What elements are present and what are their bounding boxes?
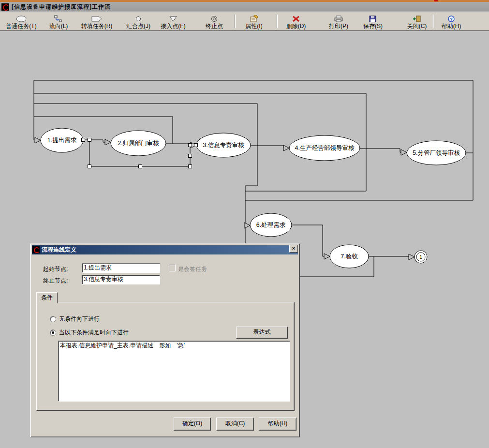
toolbar-button-entry-point[interactable]: 接入点(F) [152,13,194,30]
help-icon: ? [447,15,455,23]
window-titlebar[interactable]: [信息设备申请维护报废流程]工作流 [0,2,489,12]
toolbar-button-properties[interactable]: 属性(I) [233,13,275,30]
connector-line[interactable] [251,146,283,148]
selection-handle[interactable] [194,144,198,147]
save-icon [369,15,377,23]
selection-handle[interactable] [189,154,192,158]
flow-link-icon [54,15,63,23]
connector-line[interactable] [82,140,105,142]
toolbar-button-flow-direction[interactable]: 流向(L) [37,13,80,30]
workflow-node-label: 5.分管厂领导审核 [413,149,460,156]
selection-handle[interactable] [139,165,142,168]
expression-button[interactable]: 表达式 [236,327,288,339]
toolbar-button-label: 打印(P) [329,23,348,30]
ok-button[interactable]: 确定(O) [174,418,211,431]
toolbar-button-delete[interactable]: 删除(D) [275,13,317,30]
svg-text:?: ? [450,16,453,21]
toolbar-button-label: 汇合点(J) [126,23,150,30]
toolbar-button-help[interactable]: ? 帮助(H) [430,13,473,30]
arrowhead-icon [283,145,289,151]
workflow-node-label: 6.处理需求 [256,222,286,228]
countersign-label: 是会签任务 [178,265,207,273]
toolbar-button-save[interactable]: 保存(S) [352,13,394,30]
toolbar-button-label: 关闭(C) [407,23,427,30]
arrowhead-icon [409,254,415,260]
selection-handle[interactable] [189,144,192,147]
arrowhead-icon [324,254,330,259]
end-node-input[interactable]: 3.信息专责审核 [82,275,160,284]
toolbar-button-label: 删除(D) [286,23,306,30]
dialog-title: 流程连线定义 [42,246,76,254]
toolbar-button-label: 终止点 [206,23,223,30]
toolbar-button-label: 流向(L) [49,23,68,30]
tab-condition[interactable]: 条件 [36,292,58,303]
arrowhead-icon [35,137,41,143]
toolbar-button-label: 帮助(H) [442,23,461,30]
arrowhead-icon [244,223,250,228]
dialog-logo-icon [32,246,40,254]
entry-point-icon [168,15,178,23]
toolbar-button-end-point[interactable]: 终止点 [193,13,236,30]
toolbar-button-label: 普通任务(T) [6,23,36,30]
end-point-icon [210,15,218,23]
toolbar-button-label: 保存(S) [363,23,383,30]
workflow-node-label: 2.归属部门审核 [118,140,159,147]
selection-handle[interactable] [88,165,91,168]
app-logo-icon [1,3,9,11]
ellipse-task-icon [15,15,27,23]
selection-handle[interactable] [189,165,192,168]
help-button[interactable]: 帮助(H) [259,418,296,431]
toolbar-button-label: 接入点(F) [161,23,185,30]
selection-handle[interactable] [88,138,91,142]
connector-line[interactable] [34,80,473,200]
junction-icon [134,15,142,23]
start-node-label: 起始节点: [43,265,68,273]
arrowhead-icon [401,149,407,155]
selection-handle[interactable] [82,138,85,142]
connection-definition-dialog: 流程连线定义 × 起始节点: 1.提出需求 是会签任务 终止节点: 3.信息专责… [30,243,300,437]
toolbar-button-label: 属性(I) [245,23,262,30]
red-marker [434,0,438,1]
radio-with-condition[interactable] [50,329,56,336]
workflow-node-label: 1.提出需求 [47,137,77,144]
condition-textarea[interactable]: 本报表.信息維护申请_主表.申请描述 形如 '急' [58,341,290,402]
radio-no-condition-label: 无条件向下进行 [59,315,100,323]
properties-icon [249,15,259,23]
terminal-node-label: 1 [419,254,422,260]
dialog-titlebar[interactable]: 流程连线定义 [32,245,298,254]
workflow-node-label: 7.验收 [341,253,358,260]
dialog-close-button[interactable]: × [289,245,298,253]
radio-with-condition-label: 当以下条件满足时向下进行 [59,329,129,337]
condition-tab-panel: 无条件向下进行 当以下条件满足时向下进行 表达式 本报表.信息維护申请_主表.申… [36,302,295,411]
toolbar-button-label: 转填任务(R) [81,23,113,30]
toolbar: 普通任务(T) 流向(L) 转填任务(R) 汇合点(J) 接入点(F) [0,12,489,31]
workflow-node-label: 4.生产经营部领导审核 [295,145,355,151]
print-icon [334,15,343,23]
start-node-input[interactable]: 1.提出需求 [82,263,160,273]
toolbar-button-normal-task[interactable]: 普通任务(T) [0,13,43,30]
exit-door-icon [412,15,422,23]
application-window: [信息设备申请维护报废流程]工作流 普通任务(T) 流向(L) 转填任务(R) … [0,0,489,448]
toolbar-button-transfer-task[interactable]: 转填任务(R) [75,13,118,30]
countersign-checkbox[interactable] [169,265,176,271]
end-node-label: 终止节点: [43,277,68,285]
cancel-button[interactable]: 取消(C) [216,418,254,431]
arrowhead-icon [105,139,111,145]
delete-icon [292,15,300,23]
window-title: [信息设备申请维护报废流程]工作流 [12,3,111,11]
workflow-node-label: 3.信息专责审核 [203,142,244,149]
transfer-task-icon [90,15,103,23]
radio-no-condition[interactable] [50,316,56,322]
